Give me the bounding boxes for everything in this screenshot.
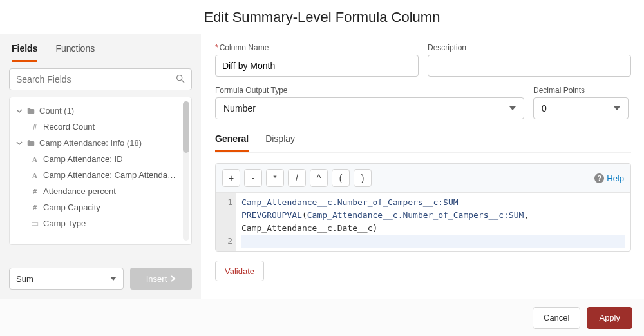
tree-group[interactable]: Camp Attendance: Info (18) — [10, 135, 191, 151]
chevron-down-icon — [110, 277, 117, 281]
picklist-field-icon — [30, 219, 39, 228]
folder-icon — [26, 139, 35, 148]
tree-item[interactable]: Attendance percent — [10, 183, 191, 199]
apply-button[interactable]: Apply — [587, 307, 632, 329]
output-type-select[interactable]: Number — [215, 97, 524, 119]
tree-group-label: Camp Attendance: Info (18) — [39, 138, 142, 148]
help-icon: ? — [594, 173, 604, 183]
op-minus-button[interactable]: - — [244, 169, 262, 187]
op-div-button[interactable]: / — [288, 169, 306, 187]
tree-item-label: Record Count — [43, 122, 95, 132]
folder-icon — [26, 106, 35, 115]
chevron-down-icon — [614, 106, 620, 110]
page-title: Edit Summary-Level Formula Column — [0, 0, 644, 34]
tree-item-label: Camp Capacity — [43, 203, 100, 212]
chevron-down-icon — [509, 106, 516, 110]
formula-textarea[interactable]: Camp_Attendance__c.Number_of_Campers__c:… — [236, 193, 630, 251]
tree-item[interactable]: Camp Type — [10, 215, 191, 232]
code-gutter: 1 2 — [216, 193, 236, 251]
chevron-down-icon — [16, 108, 23, 114]
output-type-value: Number — [223, 103, 256, 114]
tree-item[interactable]: Camp Capacity — [10, 199, 191, 215]
tab-general[interactable]: General — [215, 133, 249, 152]
decimal-value: 0 — [542, 103, 547, 114]
tree-item-label: Camp Attendance: Camp Attendance — [43, 170, 180, 180]
chevron-right-icon — [171, 275, 176, 282]
op-lparen-button[interactable]: ( — [332, 169, 350, 187]
fields-panel: Fields Functions Count (1) R — [0, 34, 201, 299]
search-input[interactable] — [9, 68, 192, 90]
tab-fields[interactable]: Fields — [12, 43, 37, 62]
svg-line-1 — [182, 80, 184, 83]
column-name-input[interactable] — [215, 55, 419, 77]
tree-group-label: Count (1) — [39, 106, 74, 115]
tree-item[interactable]: Camp Attendance: Camp Attendance — [10, 167, 191, 183]
text-field-icon — [30, 155, 39, 164]
op-mult-button[interactable]: * — [266, 169, 284, 187]
column-name-label: *Column Name — [215, 43, 419, 52]
fields-tree[interactable]: Count (1) Record Count Camp Attendance: … — [9, 97, 192, 245]
tab-display[interactable]: Display — [265, 133, 295, 152]
tree-item[interactable]: Camp Attendance: ID — [10, 151, 191, 167]
number-field-icon — [30, 123, 39, 132]
number-field-icon — [30, 203, 39, 212]
tree-item-label: Attendance percent — [43, 186, 116, 196]
formula-editor: + - * / ^ ( ) ? Help 1 2 — [215, 163, 631, 252]
op-pow-button[interactable]: ^ — [310, 169, 328, 187]
tree-item-label: Camp Type — [43, 219, 86, 228]
validate-button[interactable]: Validate — [215, 261, 264, 281]
op-plus-button[interactable]: + — [222, 169, 240, 187]
decimal-label: Decimal Points — [533, 86, 629, 95]
tree-item-label: Camp Attendance: ID — [43, 154, 123, 164]
svg-point-0 — [177, 75, 182, 81]
tree-item[interactable]: Record Count — [10, 119, 191, 135]
aggregate-select[interactable]: Sum — [9, 268, 124, 290]
help-label: Help — [607, 173, 624, 183]
formula-editor-panel: *Column Name Description Formula Output … — [201, 34, 644, 299]
output-type-label: Formula Output Type — [215, 86, 524, 95]
scrollbar-thumb[interactable] — [183, 101, 189, 153]
decimal-select[interactable]: 0 — [533, 97, 629, 119]
chevron-down-icon — [16, 140, 23, 146]
dialog-footer: Cancel Apply — [0, 299, 644, 336]
op-rparen-button[interactable]: ) — [354, 169, 372, 187]
description-input[interactable] — [428, 55, 631, 77]
description-label: Description — [428, 43, 631, 52]
insert-button[interactable]: Insert — [130, 268, 192, 290]
text-field-icon — [30, 171, 39, 180]
help-link[interactable]: ? Help — [594, 173, 624, 183]
tree-group[interactable]: Count (1) — [10, 103, 191, 119]
number-field-icon — [30, 187, 39, 196]
search-icon — [175, 74, 185, 84]
aggregate-select-value: Sum — [16, 274, 33, 284]
cancel-button[interactable]: Cancel — [533, 307, 580, 329]
insert-button-label: Insert — [146, 274, 167, 284]
tab-functions[interactable]: Functions — [55, 43, 95, 62]
